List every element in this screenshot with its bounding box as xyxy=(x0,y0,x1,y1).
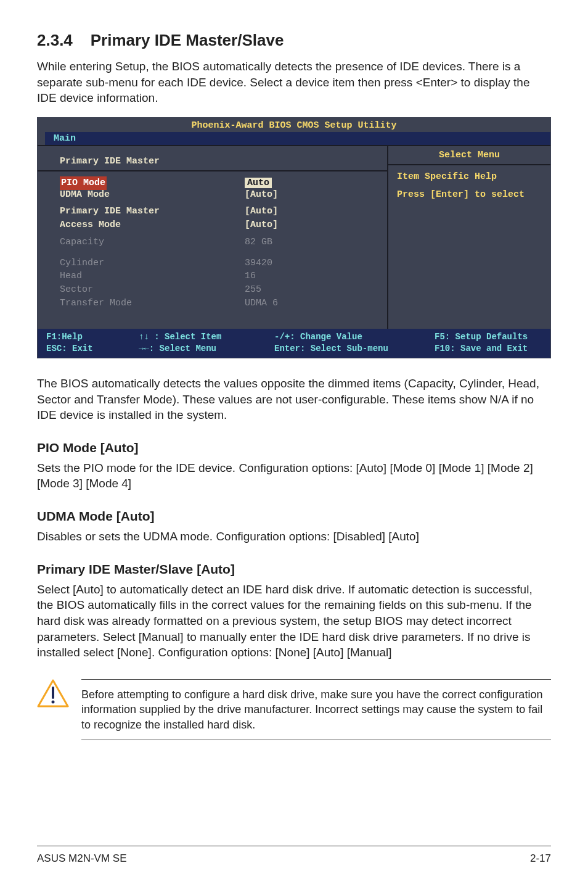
bios-row-head: Head 16 xyxy=(60,270,376,283)
bios-help-line2: Press [Enter] to select xyxy=(397,189,542,200)
bios-key-f1: F1:Help xyxy=(46,331,139,344)
bios-label: Sector xyxy=(60,283,245,297)
after-bios-paragraph: The BIOS automatically detects the value… xyxy=(37,376,551,423)
bios-label: Head xyxy=(60,270,245,283)
bios-key-change-value: -/+: Change Value xyxy=(274,331,435,344)
bios-label: Primary IDE Master xyxy=(60,205,245,218)
bios-screenshot: Phoenix-Award BIOS CMOS Setup Utility Ma… xyxy=(37,117,551,358)
udma-mode-heading: UDMA Mode [Auto] xyxy=(37,509,551,524)
bios-value: 16 xyxy=(245,270,256,283)
svg-point-2 xyxy=(52,700,55,703)
bios-row-sector: Sector 255 xyxy=(60,283,376,297)
bios-value: [Auto] xyxy=(245,218,278,232)
footer-page-number: 2-17 xyxy=(530,852,551,865)
section-heading: 2.3.4 Primary IDE Master/Slave xyxy=(37,31,551,50)
bios-row-udma-mode: UDMA Mode [Auto] xyxy=(60,188,376,202)
bios-label: Cylinder xyxy=(60,257,245,270)
section-number: 2.3.4 xyxy=(37,31,73,49)
section-title-text: Primary IDE Master/Slave xyxy=(91,31,284,49)
bios-value: 39420 xyxy=(245,257,272,270)
bios-value: [Auto] xyxy=(245,188,278,202)
bios-row-capacity: Capacity 82 GB xyxy=(60,236,376,249)
bios-value: 82 GB xyxy=(245,236,272,249)
bios-value: 255 xyxy=(245,283,261,297)
udma-mode-body: Disables or sets the UDMA mode. Configur… xyxy=(37,529,551,545)
bios-left-panel-header: Primary IDE Master xyxy=(38,152,387,171)
bios-row-primary-ide-master: Primary IDE Master [Auto] xyxy=(60,205,376,218)
page-footer: ASUS M2N-VM SE 2-17 xyxy=(37,846,551,865)
bios-row-cylinder: Cylinder 39420 xyxy=(60,257,376,270)
bios-footer-bar: F1:Help ESC: Exit ↑↓ : Select Item →←: S… xyxy=(38,329,550,358)
bios-right-panel-header: Select Menu xyxy=(388,146,550,165)
bios-tab-main: Main xyxy=(45,132,84,145)
caution-icon xyxy=(37,679,69,711)
bios-row-transfer-mode: Transfer Mode UDMA 6 xyxy=(60,297,376,310)
bios-row-access-mode: Access Mode [Auto] xyxy=(60,218,376,232)
bios-value-pio: Auto xyxy=(245,178,272,188)
bios-value: [Auto] xyxy=(245,205,278,218)
bios-key-setup-defaults: F5: Setup Defaults xyxy=(435,331,542,344)
bios-key-save-exit: F10: Save and Exit xyxy=(435,343,542,355)
bios-tab-fill xyxy=(84,132,550,145)
bios-left-panel: Primary IDE Master PIO Mode Auto UDMA Mo… xyxy=(38,146,387,329)
primary-ide-body: Select [Auto] to automatically detect an… xyxy=(37,582,551,661)
bios-key-sub-menu: Enter: Select Sub-menu xyxy=(274,343,435,355)
pio-mode-body: Sets the PIO mode for the IDE device. Co… xyxy=(37,460,551,492)
bios-key-select-menu: →←: Select Menu xyxy=(139,343,274,355)
bios-value: UDMA 6 xyxy=(245,297,278,310)
footer-product: ASUS M2N-VM SE xyxy=(37,852,126,865)
bios-label: Access Mode xyxy=(60,218,245,232)
note-block: Before attempting to configure a hard di… xyxy=(37,679,551,740)
bios-right-panel: Select Menu Item Specific Help Press [En… xyxy=(387,146,550,329)
bios-key-select-item: ↑↓ : Select Item xyxy=(139,331,274,344)
bios-label: UDMA Mode xyxy=(60,188,245,202)
note-text: Before attempting to configure a hard di… xyxy=(81,687,551,732)
bios-utility-title: Phoenix-Award BIOS CMOS Setup Utility xyxy=(38,118,550,132)
bios-label: Capacity xyxy=(60,236,245,249)
bios-label: Transfer Mode xyxy=(60,297,245,310)
bios-tab-row: Main xyxy=(38,132,550,146)
pio-mode-heading: PIO Mode [Auto] xyxy=(37,440,551,455)
primary-ide-heading: Primary IDE Master/Slave [Auto] xyxy=(37,562,551,577)
intro-paragraph: While entering Setup, the BIOS automatic… xyxy=(37,59,551,106)
bios-key-esc: ESC: Exit xyxy=(46,343,139,355)
